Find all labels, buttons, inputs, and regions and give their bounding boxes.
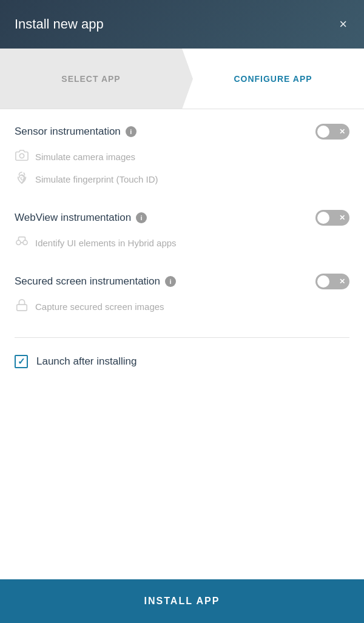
svg-point-1 bbox=[16, 240, 21, 244]
secured-capture-text: Capture secured screen images bbox=[35, 301, 164, 312]
launch-checkbox[interactable]: ✓ bbox=[15, 355, 28, 368]
modal-container: Install new app × SELECT APP CONFIGURE A… bbox=[0, 0, 364, 623]
step-configure-label: CONFIGURE APP bbox=[234, 74, 312, 84]
sensor-fingerprint-text: Simulate fingerprint (Touch ID) bbox=[35, 174, 158, 184]
sensor-toggle-x: ✕ bbox=[339, 127, 345, 136]
webview-feature-hybrid: Identify UI elements in Hybrid apps bbox=[15, 232, 349, 254]
webview-toggle-x: ✕ bbox=[339, 214, 345, 222]
svg-point-0 bbox=[19, 153, 24, 158]
fingerprint-icon bbox=[15, 171, 29, 187]
section-sensor-header: Sensor instrumentation i ✕ bbox=[15, 124, 349, 140]
lock-icon bbox=[15, 298, 29, 315]
section-webview-title-group: WebView instrumentation i bbox=[15, 212, 147, 224]
modal-content: Sensor instrumentation i ✕ Simulate came… bbox=[0, 109, 364, 579]
section-secured-header: Secured screen instrumentation i ✕ bbox=[15, 274, 349, 289]
section-webview: WebView instrumentation i ✕ bbox=[15, 210, 349, 254]
svg-rect-4 bbox=[17, 305, 27, 311]
step-configure-app[interactable]: CONFIGURE APP bbox=[182, 49, 364, 109]
section-secured: Secured screen instrumentation i ✕ Captu… bbox=[15, 274, 349, 318]
step-select-label: SELECT APP bbox=[61, 74, 120, 84]
secured-info-icon[interactable]: i bbox=[165, 276, 176, 287]
close-button[interactable]: × bbox=[337, 15, 349, 33]
section-sensor-title: Sensor instrumentation bbox=[15, 126, 121, 138]
webview-toggle-knob bbox=[317, 212, 329, 224]
section-secured-title: Secured screen instrumentation bbox=[15, 275, 160, 288]
steps-bar: SELECT APP CONFIGURE APP bbox=[0, 49, 364, 109]
sensor-info-icon[interactable]: i bbox=[126, 126, 136, 137]
sensor-camera-text: Simulate camera images bbox=[35, 152, 135, 162]
sensor-feature-fingerprint: Simulate fingerprint (Touch ID) bbox=[15, 168, 349, 190]
sensor-toggle[interactable]: ✕ bbox=[315, 124, 349, 140]
modal-header: Install new app × bbox=[0, 0, 364, 49]
content-divider bbox=[15, 337, 349, 338]
camera-icon bbox=[15, 149, 29, 165]
secured-toggle-knob bbox=[317, 275, 329, 288]
section-sensor-title-group: Sensor instrumentation i bbox=[15, 126, 136, 138]
step-select-app[interactable]: SELECT APP bbox=[0, 49, 182, 109]
install-app-button[interactable]: INSTALL APP bbox=[0, 579, 364, 623]
section-sensor: Sensor instrumentation i ✕ Simulate came… bbox=[15, 124, 349, 190]
webview-toggle[interactable]: ✕ bbox=[315, 210, 349, 226]
checkmark-icon: ✓ bbox=[18, 356, 25, 367]
secured-toggle-x: ✕ bbox=[339, 277, 345, 286]
secured-toggle[interactable]: ✕ bbox=[315, 274, 349, 289]
sensor-toggle-knob bbox=[317, 126, 329, 138]
launch-row: ✓ Launch after installing bbox=[15, 350, 349, 373]
webview-hybrid-text: Identify UI elements in Hybrid apps bbox=[35, 238, 177, 248]
launch-label: Launch after installing bbox=[36, 355, 136, 368]
modal-title: Install new app bbox=[15, 16, 104, 32]
sensor-feature-camera: Simulate camera images bbox=[15, 146, 349, 168]
modal-footer: INSTALL APP bbox=[0, 579, 364, 623]
binoculars-icon bbox=[15, 235, 29, 251]
secured-feature-capture: Capture secured screen images bbox=[15, 295, 349, 318]
svg-point-2 bbox=[23, 240, 27, 244]
section-webview-title: WebView instrumentation bbox=[15, 212, 131, 224]
webview-info-icon[interactable]: i bbox=[136, 212, 147, 223]
section-webview-header: WebView instrumentation i ✕ bbox=[15, 210, 349, 226]
section-secured-title-group: Secured screen instrumentation i bbox=[15, 275, 176, 288]
